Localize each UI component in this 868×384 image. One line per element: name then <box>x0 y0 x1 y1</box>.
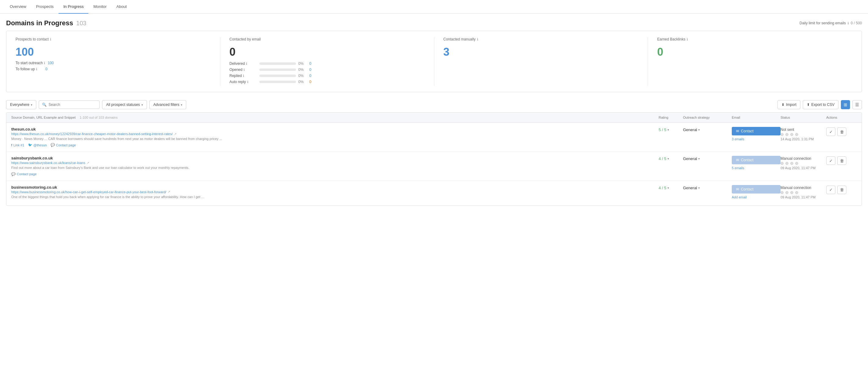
twitter-icon: 🐦 <box>28 143 32 147</box>
stat-row-start-outreach: To start outreach ℹ 100 <box>16 61 211 65</box>
email-cell-3: ✉ Contact Add email <box>732 185 780 199</box>
rating-value-2: 4 / 5 <box>659 156 666 161</box>
cp-link-2[interactable]: 💬 Contact page <box>11 172 37 176</box>
search-input[interactable] <box>49 103 96 107</box>
outreach-chevron-1[interactable]: ▾ <box>698 128 700 132</box>
domain-links-1: f Link #1 🐦 @thesun 💬 Contact page <box>11 143 659 147</box>
grid-view-button[interactable]: ⊞ <box>841 100 850 109</box>
filters-dropdown[interactable]: Advanced filters ▾ <box>149 100 186 109</box>
outreach-cell-3: General ▾ <box>683 185 732 190</box>
status-date-3: 09 Aug 2020, 11:47 PM <box>780 195 826 199</box>
filters-chevron-icon: ▾ <box>181 103 182 106</box>
start-outreach-info-icon[interactable]: ℹ <box>44 61 45 65</box>
domain-snippet-1: Money · News Money ... CAR finance borro… <box>11 137 659 141</box>
start-outreach-value: 100 <box>48 61 54 65</box>
page-title: Domains in Progress <box>6 19 73 27</box>
delete-button-2[interactable]: 🗑 <box>837 156 846 165</box>
external-link-icon-2: ↗ <box>87 161 89 165</box>
stat-row-replied: Replied ℹ 0% 0 <box>229 74 425 78</box>
delete-button-3[interactable]: 🗑 <box>837 186 846 194</box>
tab-about[interactable]: About <box>112 0 132 14</box>
tab-prospects[interactable]: Prospects <box>31 0 59 14</box>
replied-info-icon[interactable]: ℹ <box>243 74 244 78</box>
status-dots-1 <box>780 133 826 136</box>
emails-count-3[interactable]: Add email <box>732 195 780 199</box>
tab-monitor[interactable]: Monitor <box>88 0 111 14</box>
check-button-2[interactable]: ✓ <box>826 156 835 165</box>
backlinks-big-value: 0 <box>657 46 852 59</box>
import-label: Import <box>786 103 796 107</box>
facebook-icon: f <box>11 143 12 147</box>
cp-link-1[interactable]: 💬 Contact page <box>51 143 76 147</box>
tab-overview[interactable]: Overview <box>5 0 31 14</box>
autoreply-info-icon[interactable]: ℹ <box>247 80 248 84</box>
location-dropdown[interactable]: Everywhere ▾ <box>6 100 36 109</box>
prospects-big-value: 100 <box>16 46 211 59</box>
export-label: Export to CSV <box>811 103 835 107</box>
import-icon: ⬇ <box>781 103 784 107</box>
delete-button-1[interactable]: 🗑 <box>837 128 846 136</box>
dot-3-2 <box>785 191 788 194</box>
tab-inprogress[interactable]: In Progress <box>59 0 88 14</box>
domain-url-3[interactable]: https://www.businessmotoring.co.uk/how-c… <box>11 190 659 194</box>
dot-1-2 <box>785 133 788 136</box>
fb-link-1[interactable]: f Link #1 <box>11 143 24 147</box>
dot-1-1 <box>780 133 783 136</box>
import-button[interactable]: ⬇ Import <box>777 100 800 109</box>
tw-link-1[interactable]: 🐦 @thesun <box>28 143 47 147</box>
contact-button-1[interactable]: ✉ Contact <box>732 127 780 135</box>
email-cell-1: ✉ Contact 3 emails <box>732 127 780 141</box>
stat-row-autoreply: Auto reply ℹ 0% 0 <box>229 80 425 84</box>
follow-up-info-icon[interactable]: ℹ <box>36 67 37 71</box>
dot-3-4 <box>795 191 798 194</box>
backlinks-info-icon[interactable]: ℹ <box>687 37 688 41</box>
search-box[interactable]: 🔍 <box>39 100 100 109</box>
rating-chevron-3[interactable]: ▾ <box>668 186 669 189</box>
delivered-pct: 0% <box>299 62 307 66</box>
emails-count-1[interactable]: 3 emails <box>732 137 780 141</box>
delivered-label: Delivered <box>229 62 245 66</box>
email-icon-3: ✉ <box>736 187 739 191</box>
autoreply-pct: 0% <box>299 80 307 84</box>
actions-cell-3: ✓ 🗑 <box>826 185 857 194</box>
status-cell-3: Manual connection 09 Aug 2020, 11:47 PM <box>780 185 826 199</box>
status-cell-1: Not sent 14 Aug 2020, 1:31 PM <box>780 127 826 141</box>
table-row: sainsburysbank.co.uk https://www.sainsbu… <box>6 151 862 180</box>
status-dots-2 <box>780 162 826 165</box>
outreach-value-2: General <box>683 156 697 161</box>
stat-block-backlinks: Earned Backlinks ℹ 0 <box>648 37 862 86</box>
contact-button-3[interactable]: ✉ Contact <box>732 185 780 194</box>
status-dropdown[interactable]: All prospect statuses ▾ <box>102 100 147 109</box>
domain-url-2[interactable]: https://www.sainsburysbank.co.uk/loans/c… <box>11 161 659 165</box>
dot-2-3 <box>790 162 793 165</box>
domain-url-1[interactable]: https://www.thesun.co.uk/money/12242939/… <box>11 132 659 136</box>
daily-limit-info-icon[interactable]: ℹ <box>847 21 849 25</box>
rating-chevron-2[interactable]: ▾ <box>668 157 669 160</box>
domain-links-2: 💬 Contact page <box>11 172 659 176</box>
outreach-chevron-3[interactable]: ▾ <box>698 186 700 189</box>
status-chevron-icon: ▾ <box>142 103 143 106</box>
manually-info-icon[interactable]: ℹ <box>477 37 478 41</box>
list-view-button[interactable]: ☰ <box>852 100 862 109</box>
col-outreach-header: Outreach strategy <box>683 116 732 119</box>
outreach-chevron-2[interactable]: ▾ <box>698 157 700 160</box>
emails-count-2[interactable]: 5 emails <box>732 166 780 170</box>
export-icon: ⬆ <box>807 103 810 107</box>
contact-button-2[interactable]: ✉ Contact <box>732 156 780 164</box>
check-button-3[interactable]: ✓ <box>826 186 835 194</box>
prospects-info-icon[interactable]: ℹ <box>50 37 51 41</box>
delivered-info-icon[interactable]: ℹ <box>246 62 247 66</box>
autoreply-label: Auto reply <box>229 80 246 84</box>
manually-title: Contacted manually <box>443 37 476 41</box>
rating-chevron-1[interactable]: ▾ <box>668 128 669 132</box>
autoreply-value: 0 <box>309 80 311 84</box>
daily-limit: Daily limit for sending emails ℹ 0 / 500 <box>799 21 862 25</box>
check-button-1[interactable]: ✓ <box>826 128 835 136</box>
opened-value: 0 <box>309 68 311 72</box>
table-header: Source Domain, URL Example and Snippet 1… <box>6 113 862 123</box>
dot-3-3 <box>790 191 793 194</box>
opened-info-icon[interactable]: ℹ <box>244 68 245 72</box>
export-button[interactable]: ⬆ Export to CSV <box>803 100 838 109</box>
col-status-header: Status <box>780 116 826 119</box>
col-email-header: Email <box>732 116 780 119</box>
